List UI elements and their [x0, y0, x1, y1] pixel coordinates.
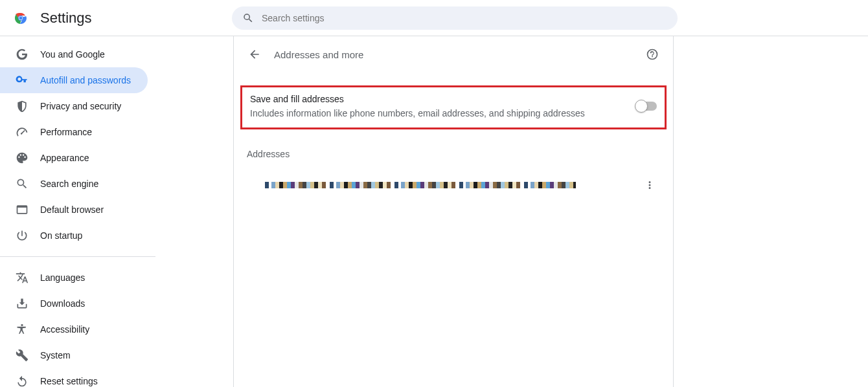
- sidebar-item-label: Performance: [40, 127, 92, 137]
- sidebar-item-default-browser[interactable]: Default browser: [0, 197, 148, 223]
- shield-icon: [16, 100, 29, 113]
- settings-sidebar: You and Google Autofill and passwords Pr…: [0, 36, 155, 387]
- help-button[interactable]: [642, 44, 663, 65]
- help-icon: [646, 48, 659, 61]
- addresses-section-label: Addresses: [247, 149, 660, 159]
- search-input[interactable]: [262, 13, 667, 23]
- google-g-icon: [16, 48, 29, 61]
- sidebar-item-autofill-passwords[interactable]: Autofill and passwords: [0, 67, 148, 93]
- sidebar-item-you-and-google[interactable]: You and Google: [0, 41, 148, 67]
- chrome-logo-icon: [13, 10, 29, 26]
- accessibility-icon: [16, 323, 29, 336]
- search-icon: [16, 177, 29, 190]
- settings-panel: Addresses and more Save and fill address…: [233, 36, 674, 387]
- sidebar-item-label: Privacy and security: [40, 101, 121, 111]
- search-icon: [242, 12, 254, 24]
- search-settings-field[interactable]: [232, 6, 678, 30]
- address-more-button[interactable]: [639, 175, 660, 195]
- sidebar-item-appearance[interactable]: Appearance: [0, 145, 148, 171]
- more-vert-icon: [644, 179, 656, 191]
- save-fill-addresses-toggle[interactable]: [636, 102, 657, 111]
- sidebar-item-label: Reset settings: [40, 376, 98, 386]
- sidebar-item-downloads[interactable]: Downloads: [0, 291, 148, 316]
- back-button[interactable]: [244, 44, 265, 65]
- sidebar-item-label: Downloads: [40, 298, 85, 309]
- arrow-back-icon: [248, 48, 261, 61]
- system-icon: [16, 349, 29, 362]
- sidebar-item-on-startup[interactable]: On startup: [0, 223, 148, 249]
- panel-header: Addresses and more: [234, 36, 673, 72]
- sidebar-item-label: On startup: [40, 230, 82, 241]
- sidebar-item-label: Languages: [40, 272, 85, 283]
- sidebar-item-languages[interactable]: Languages: [0, 265, 148, 291]
- translate-icon: [16, 271, 29, 284]
- panel-title: Addresses and more: [274, 49, 363, 60]
- browser-icon: [16, 203, 29, 216]
- appearance-icon: [16, 151, 29, 164]
- power-icon: [16, 229, 29, 242]
- redacted-address-text: [265, 182, 576, 188]
- address-list-item: [247, 171, 660, 199]
- sidebar-divider: [0, 256, 155, 257]
- sidebar-item-accessibility[interactable]: Accessibility: [0, 316, 148, 342]
- toggle-description: Includes information like phone numbers,…: [250, 108, 585, 118]
- save-fill-addresses-row: Save and fill addresses Includes informa…: [240, 85, 667, 129]
- sidebar-item-label: System: [40, 350, 71, 360]
- sidebar-item-system[interactable]: System: [0, 342, 148, 368]
- sidebar-item-search-engine[interactable]: Search engine: [0, 171, 148, 197]
- download-icon: [16, 297, 29, 310]
- page-title: Settings: [40, 10, 92, 27]
- sidebar-item-label: Search engine: [40, 179, 98, 189]
- toggle-title: Save and fill addresses: [250, 94, 585, 104]
- sidebar-item-reset-settings[interactable]: Reset settings: [0, 368, 148, 387]
- key-icon: [16, 74, 29, 87]
- sidebar-item-label: Appearance: [40, 153, 89, 163]
- sidebar-item-label: Autofill and passwords: [40, 75, 131, 85]
- svg-point-3: [19, 16, 23, 19]
- sidebar-item-label: Accessibility: [40, 324, 89, 335]
- main-area: Addresses and more Save and fill address…: [155, 36, 868, 387]
- app-header: Settings: [0, 0, 868, 36]
- sidebar-item-performance[interactable]: Performance: [0, 119, 148, 145]
- reset-icon: [16, 375, 29, 387]
- sidebar-item-label: Default browser: [40, 205, 104, 215]
- sidebar-item-privacy-security[interactable]: Privacy and security: [0, 93, 148, 119]
- speedometer-icon: [16, 126, 29, 138]
- sidebar-item-label: You and Google: [40, 49, 105, 60]
